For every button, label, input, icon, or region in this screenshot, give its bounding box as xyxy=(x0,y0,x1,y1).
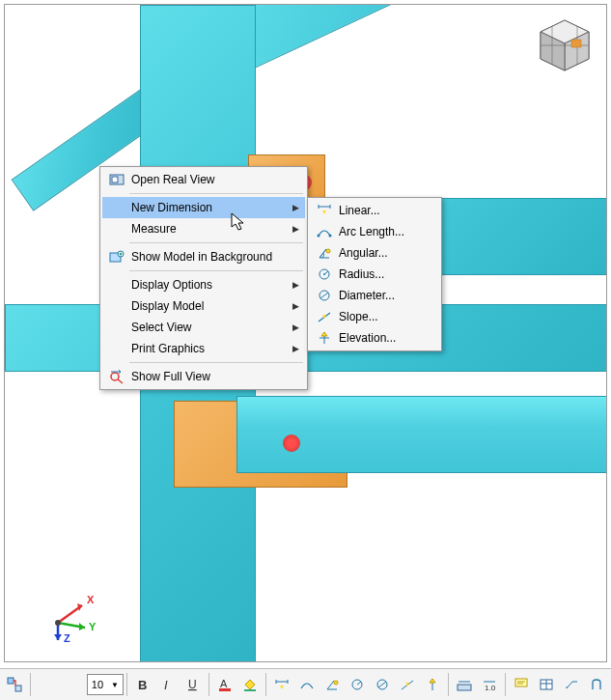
menu-separator xyxy=(129,193,303,194)
submenu-arrow-icon: ▶ xyxy=(292,203,299,212)
submenu-arc-length[interactable]: Arc Length... xyxy=(310,221,439,242)
bottom-toolbar: 10 ▼ B I U A 1.0 xyxy=(0,668,611,700)
text-color-button[interactable]: A xyxy=(212,672,237,697)
svg-rect-40 xyxy=(8,678,14,684)
full-view-icon xyxy=(106,367,127,386)
symbol-button[interactable] xyxy=(584,672,609,697)
menu-label: Radius... xyxy=(339,267,422,281)
diameter-button[interactable] xyxy=(370,672,395,697)
dropdown-arrow-icon: ▼ xyxy=(111,681,119,689)
radius-button[interactable] xyxy=(345,672,370,697)
angular-button[interactable] xyxy=(319,672,345,697)
submenu-elevation[interactable]: Elevation... xyxy=(310,327,439,349)
dimension-settings-button[interactable] xyxy=(452,672,477,697)
svg-line-69 xyxy=(567,682,572,688)
menu-separator xyxy=(129,270,303,271)
svg-point-19 xyxy=(120,253,123,256)
bolt xyxy=(283,434,300,452)
font-size-select[interactable]: 10 ▼ xyxy=(87,674,124,695)
dimension-units-button[interactable]: 1.0 xyxy=(477,672,502,697)
menu-new-dimension[interactable]: New Dimension ▶ xyxy=(102,197,305,218)
menu-print-graphics[interactable]: Print Graphics ▶ xyxy=(102,338,305,359)
submenu-arrow-icon: ▶ xyxy=(292,280,299,290)
view-cube[interactable] xyxy=(535,16,595,76)
arc-length-button[interactable] xyxy=(294,672,319,697)
menu-display-model[interactable]: Display Model ▶ xyxy=(102,295,305,317)
svg-point-28 xyxy=(318,235,320,238)
linear-dimension-button[interactable] xyxy=(269,672,294,697)
menu-select-view[interactable]: Select View ▶ xyxy=(102,317,305,338)
viewport-3d[interactable]: X Y Z Open Real View xyxy=(4,4,607,662)
radius-icon xyxy=(314,265,335,284)
menu-label: Display Model xyxy=(131,299,288,313)
svg-marker-39 xyxy=(321,332,327,336)
menu-open-real-view[interactable]: Open Real View xyxy=(102,169,305,190)
svg-text:I: I xyxy=(164,678,168,692)
underline-button[interactable]: U xyxy=(181,672,206,697)
menu-label: Open Real View xyxy=(131,173,288,186)
slope-icon xyxy=(314,307,335,326)
svg-text:1.0: 1.0 xyxy=(485,684,496,692)
axis-z-label: Z xyxy=(64,632,70,642)
linear-dimension-icon xyxy=(314,201,335,220)
menu-label: Arc Length... xyxy=(339,225,422,238)
svg-rect-46 xyxy=(219,688,231,691)
submenu-radius[interactable]: Radius... xyxy=(310,264,439,285)
svg-line-21 xyxy=(118,379,123,383)
menu-label: Display Options xyxy=(131,278,288,292)
menu-measure[interactable]: Measure ▶ xyxy=(102,218,305,239)
svg-rect-63 xyxy=(515,679,527,686)
submenu-arrow-icon: ▶ xyxy=(292,344,299,353)
menu-label: New Dimension xyxy=(131,201,288,214)
blank-icon xyxy=(106,219,127,238)
annotation-button[interactable] xyxy=(509,672,534,697)
submenu-linear[interactable]: Linear... xyxy=(310,200,439,221)
context-menu: Open Real View New Dimension ▶ Measure ▶… xyxy=(99,166,308,390)
toolbar-separator xyxy=(505,673,506,696)
submenu-arrow-icon: ▶ xyxy=(292,224,299,234)
elevation-icon xyxy=(314,328,335,348)
toolbar-separator xyxy=(30,673,31,696)
svg-point-20 xyxy=(111,373,119,380)
slope-button[interactable] xyxy=(395,672,420,697)
submenu-angular[interactable]: Angular... xyxy=(310,242,439,264)
svg-rect-41 xyxy=(15,686,21,691)
fill-color-button[interactable] xyxy=(237,672,263,697)
menu-label: Slope... xyxy=(339,310,422,323)
table-button[interactable] xyxy=(534,672,559,697)
axis-y-label: Y xyxy=(89,621,97,632)
svg-line-35 xyxy=(320,293,328,298)
blank-icon xyxy=(106,339,127,358)
blank-icon xyxy=(106,198,127,217)
menu-label: Angular... xyxy=(339,246,422,260)
svg-text:A: A xyxy=(220,678,228,689)
toolbar-separator xyxy=(448,673,449,696)
svg-rect-16 xyxy=(112,177,118,182)
menu-show-full-view[interactable]: Show Full View xyxy=(102,366,305,387)
elevation-button[interactable] xyxy=(420,672,445,697)
menu-label: Print Graphics xyxy=(131,342,288,355)
menu-display-options[interactable]: Display Options ▶ xyxy=(102,274,305,295)
svg-point-6 xyxy=(55,620,61,626)
blank-icon xyxy=(106,275,127,294)
submenu-arrow-icon: ▶ xyxy=(292,301,299,311)
arc-length-icon xyxy=(314,222,335,241)
leader-button[interactable] xyxy=(559,672,584,697)
menu-show-model-bg[interactable]: Show Model in Background xyxy=(102,246,305,267)
menu-label: Diameter... xyxy=(339,289,422,302)
italic-button[interactable]: I xyxy=(155,672,181,697)
bold-button[interactable]: B xyxy=(130,672,155,697)
submenu-diameter[interactable]: Diameter... xyxy=(310,285,439,306)
menu-label: Measure xyxy=(131,222,288,236)
toolbar-separator xyxy=(208,673,209,696)
dimension-submenu: Linear... Arc Length... Angular... Radiu… xyxy=(307,197,442,351)
svg-text:U: U xyxy=(188,678,197,691)
show-model-icon xyxy=(106,247,127,266)
menu-label: Show Model in Background xyxy=(131,250,288,264)
toolbar-separator xyxy=(265,673,266,696)
menu-label: Elevation... xyxy=(339,331,422,345)
svg-marker-58 xyxy=(430,679,435,683)
view-toggle-button[interactable] xyxy=(2,672,27,697)
submenu-slope[interactable]: Slope... xyxy=(310,306,439,327)
axis-triad[interactable]: X Y Z xyxy=(39,574,106,642)
